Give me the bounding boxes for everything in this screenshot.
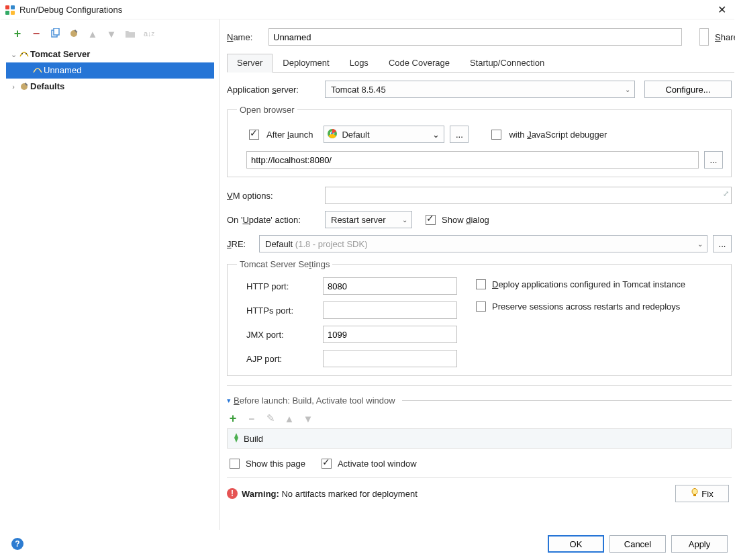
app-server-value: Tomcat 8.5.45	[331, 85, 386, 95]
tab-body: Application server: Tomcat 8.5.45 ⌄ Conf…	[227, 73, 734, 530]
before-launch-section: ▾ Before launch: Build, Activate tool wi…	[227, 385, 732, 477]
deploy-checkbox[interactable]	[476, 279, 486, 289]
help-icon[interactable]: ?	[11, 538, 23, 550]
bl-add-button[interactable]: +	[227, 412, 239, 424]
name-input[interactable]	[268, 28, 682, 46]
share-checkbox-wrap[interactable]: Share	[697, 26, 732, 48]
url-ellipsis-button[interactable]: ...	[704, 151, 723, 169]
tomcat-settings-legend: Tomcat Server Settings	[237, 259, 332, 269]
show-page-checkbox[interactable]	[230, 459, 240, 469]
before-launch-header[interactable]: ▾ Before launch: Build, Activate tool wi…	[227, 391, 732, 410]
configure-button[interactable]: Configure...	[644, 81, 732, 98]
chevron-down-icon: ⌄	[402, 216, 407, 224]
chevron-down-icon: ⌄	[697, 240, 703, 248]
update-action-label: On 'Update' action:	[227, 215, 325, 225]
bl-down-button: ▼	[302, 412, 314, 424]
open-browser-legend: Open browser	[237, 105, 297, 115]
share-checkbox[interactable]	[699, 28, 709, 46]
jre-combo[interactable]: Default (1.8 - project SDK) ⌄	[259, 235, 707, 252]
config-tree[interactable]: ⌄ Tomcat Server Unnamed ›	[6, 46, 214, 526]
js-debugger-label: with JavaScript debugger	[509, 130, 607, 140]
chrome-icon	[327, 128, 338, 141]
edit-defaults-button[interactable]	[68, 28, 80, 40]
tab-deployment[interactable]: Deployment	[273, 54, 339, 72]
show-dialog-checkbox[interactable]	[426, 215, 436, 225]
vm-options-input[interactable]	[325, 187, 732, 204]
bl-up-button: ▲	[283, 412, 295, 424]
before-launch-task-list[interactable]: Build	[227, 428, 732, 449]
vm-options-row: VM options: ⤢	[227, 187, 732, 204]
https-port-input[interactable]	[323, 301, 457, 319]
expand-icon[interactable]: ⤢	[723, 189, 729, 198]
copy-button[interactable]	[49, 28, 61, 40]
show-dialog-label: Show dialog	[442, 215, 489, 225]
apply-button[interactable]: Apply	[671, 535, 728, 553]
add-button[interactable]: +	[11, 28, 23, 40]
https-port-label: HTTPs port:	[246, 306, 313, 316]
activate-checkbox[interactable]	[322, 459, 332, 469]
jre-ellipsis-button[interactable]: ...	[713, 235, 732, 252]
cancel-button[interactable]: Cancel	[609, 535, 666, 553]
svg-rect-3	[11, 11, 15, 15]
sidebar-toolbar: + − ▲ ▼ a↓z	[6, 24, 214, 46]
app-logo-icon	[5, 5, 15, 15]
svg-rect-5	[54, 28, 59, 35]
fix-button[interactable]: Fix	[675, 485, 729, 502]
jmx-port-input[interactable]	[323, 326, 457, 343]
deploy-check-wrap[interactable]: Deploy applications configured in Tomcat…	[473, 277, 685, 291]
update-action-combo[interactable]: Restart server ⌄	[325, 211, 412, 228]
browser-combo[interactable]: Default ⌄	[324, 126, 444, 143]
window-title: Run/Debug Configurations	[19, 5, 714, 15]
tree-defaults[interactable]: › Defaults	[6, 79, 214, 95]
tomcat-icon	[18, 50, 30, 59]
chevron-down-icon: ⌄	[625, 86, 630, 93]
tab-code-coverage[interactable]: Code Coverage	[379, 54, 460, 72]
name-label: Name:	[227, 32, 262, 42]
bl-edit-button: ✎	[264, 412, 277, 424]
titlebar: Run/Debug Configurations ✕	[1, 1, 734, 19]
tab-server[interactable]: Server	[227, 54, 273, 73]
after-launch-checkbox[interactable]	[249, 130, 259, 140]
ajp-port-label: AJP port:	[246, 354, 313, 364]
task-label: Build	[244, 434, 263, 444]
app-server-combo[interactable]: Tomcat 8.5.45 ⌄	[325, 81, 635, 98]
bl-remove-button: −	[246, 412, 258, 424]
expand-icon[interactable]: ›	[9, 79, 18, 95]
move-up-button: ▲	[87, 28, 99, 40]
tab-logs[interactable]: Logs	[340, 54, 379, 72]
folder-button	[124, 28, 136, 40]
js-debugger-checkbox[interactable]	[491, 130, 501, 140]
activate-wrap[interactable]: Activate tool window	[319, 457, 417, 471]
tab-bar: Server Deployment Logs Code Coverage Sta…	[227, 53, 734, 73]
tab-startup-connection[interactable]: Startup/Connection	[460, 54, 554, 72]
app-server-row: Application server: Tomcat 8.5.45 ⌄ Conf…	[227, 81, 732, 98]
show-page-label: Show this page	[246, 459, 305, 469]
remove-button[interactable]: −	[30, 28, 42, 40]
tree-label: Tomcat Server	[30, 46, 90, 62]
move-down-button: ▼	[105, 28, 117, 40]
app-server-label: Application server:	[227, 85, 325, 95]
tree-label: Unnamed	[44, 62, 81, 79]
tomcat-icon	[32, 66, 44, 75]
ok-button[interactable]: OK	[548, 535, 604, 553]
http-port-input[interactable]	[323, 277, 457, 295]
browser-ellipsis-button[interactable]: ...	[450, 126, 469, 143]
jre-label: JRE:	[227, 239, 259, 249]
wrench-icon	[18, 81, 30, 92]
preserve-checkbox[interactable]	[476, 301, 486, 312]
browser-url-input[interactable]	[246, 151, 699, 169]
collapse-icon[interactable]: ▾	[227, 396, 231, 405]
jre-row: JRE: Default (1.8 - project SDK) ⌄ ...	[227, 235, 732, 252]
tree-tomcat-server[interactable]: ⌄ Tomcat Server	[6, 46, 214, 62]
preserve-check-wrap[interactable]: Preserve sessions across restarts and re…	[473, 299, 685, 314]
expand-icon[interactable]: ⌄	[9, 46, 18, 62]
name-row: Name: Share	[227, 19, 734, 53]
svg-point-9	[26, 53, 27, 54]
jre-value: Default (1.8 - project SDK)	[265, 239, 367, 249]
sort-button: a↓z	[143, 28, 155, 40]
ajp-port-input[interactable]	[323, 350, 457, 367]
show-page-wrap[interactable]: Show this page	[227, 457, 305, 471]
main-panel: Name: Share Server Deployment Logs Code …	[219, 19, 734, 530]
close-icon[interactable]: ✕	[714, 2, 730, 17]
tree-unnamed[interactable]: Unnamed	[6, 62, 214, 79]
